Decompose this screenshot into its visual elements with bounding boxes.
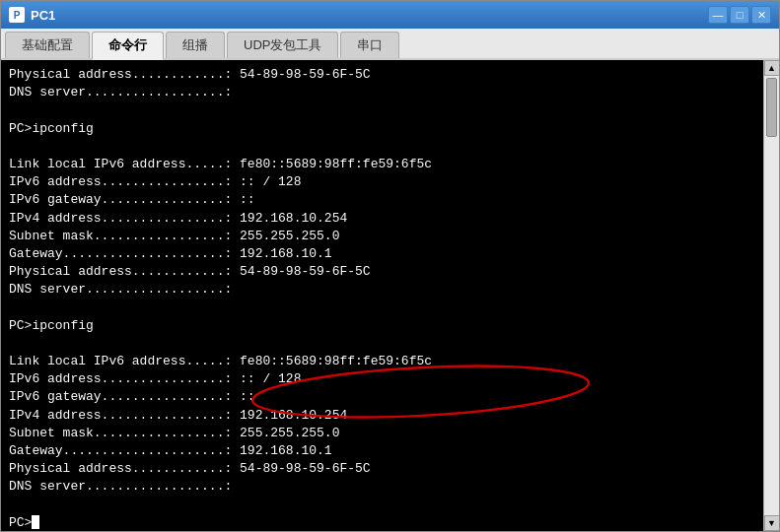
scroll-down-button[interactable]: ▼ (764, 515, 780, 531)
content-area: Physical address............: 54-89-98-5… (1, 60, 779, 531)
window-icon: P (9, 7, 25, 23)
main-window: P PC1 — □ ✕ 基础配置 命令行 组播 UDP发包工具 串口 Physi… (0, 0, 780, 532)
title-bar-controls: — □ ✕ (708, 6, 771, 24)
tab-bar: 基础配置 命令行 组播 UDP发包工具 串口 (1, 29, 779, 60)
title-bar: P PC1 — □ ✕ (1, 1, 779, 29)
tab-udp-tool[interactable]: UDP发包工具 (227, 32, 338, 58)
scroll-up-button[interactable]: ▲ (764, 60, 780, 76)
terminal[interactable]: Physical address............: 54-89-98-5… (1, 60, 763, 531)
maximize-button[interactable]: □ (730, 6, 749, 24)
terminal-cursor (32, 515, 39, 529)
tab-command-line[interactable]: 命令行 (92, 32, 164, 60)
scrollbar-track[interactable] (764, 76, 779, 515)
close-button[interactable]: ✕ (751, 6, 771, 24)
scrollbar-vertical[interactable]: ▲ ▼ (763, 60, 779, 531)
tab-serial[interactable]: 串口 (340, 32, 399, 58)
title-bar-left: P PC1 (9, 7, 55, 23)
tab-multicast[interactable]: 组播 (166, 32, 225, 58)
minimize-button[interactable]: — (708, 6, 728, 24)
terminal-wrapper: Physical address............: 54-89-98-5… (1, 60, 763, 531)
tab-basic-config[interactable]: 基础配置 (5, 32, 90, 58)
window-title: PC1 (31, 8, 55, 23)
scrollbar-thumb[interactable] (766, 78, 777, 137)
